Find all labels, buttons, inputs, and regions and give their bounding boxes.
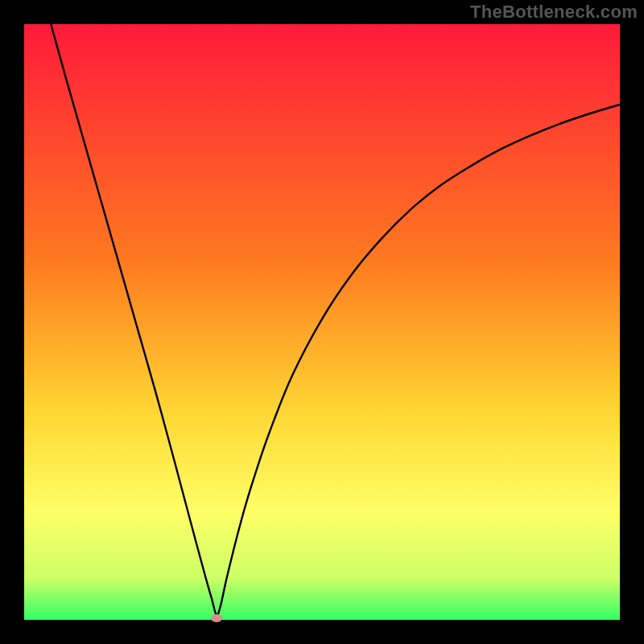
minimum-marker — [211, 614, 222, 622]
gradient-background — [24, 24, 620, 620]
plot-svg — [24, 24, 620, 620]
plot-area — [24, 24, 620, 620]
chart-stage: TheBottleneck.com — [0, 0, 644, 644]
watermark-text: TheBottleneck.com — [470, 2, 638, 23]
